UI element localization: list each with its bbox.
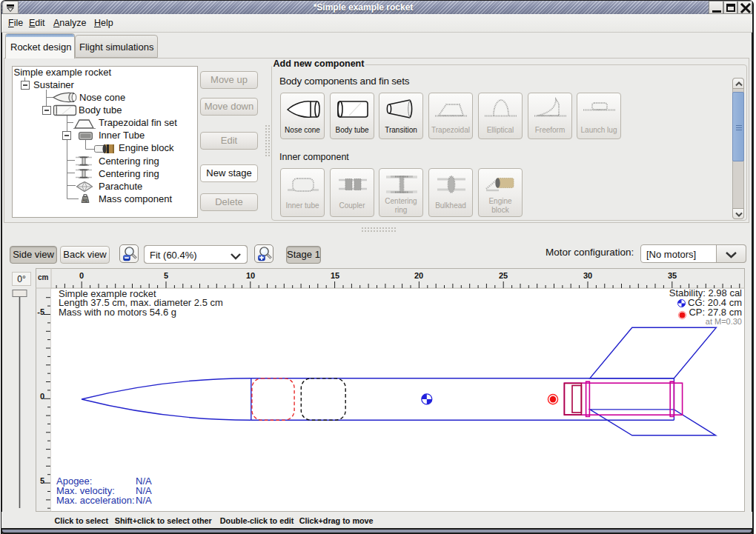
svg-text:kg: kg: [83, 198, 87, 202]
